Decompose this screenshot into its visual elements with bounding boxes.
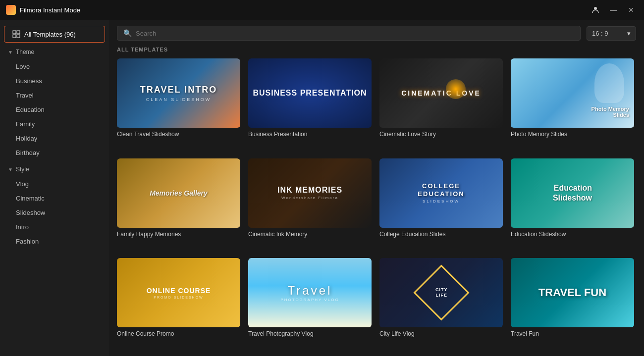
minimize-button[interactable]: — bbox=[606, 5, 620, 15]
style-section-header[interactable]: ▼ Style bbox=[0, 162, 109, 177]
template-label-ink: Cinematic Ink Memory bbox=[248, 231, 372, 238]
sidebar-item-cinematic[interactable]: Cinematic bbox=[2, 191, 107, 205]
sidebar-item-birthday[interactable]: Birthday bbox=[2, 146, 107, 160]
sidebar-item-travel[interactable]: Travel bbox=[2, 88, 107, 102]
template-thumb-travel: TRAVEL INTRO CLEAN SLIDESHOW bbox=[117, 58, 240, 128]
edu-thumb-title: EducationSlideshow bbox=[553, 183, 592, 202]
template-card-photo[interactable]: Photo MemorySlides Photo Memory Slides bbox=[511, 58, 634, 151]
close-button[interactable]: ✕ bbox=[624, 5, 638, 15]
city-thumb-title: CITYLIFE bbox=[435, 288, 447, 299]
college-thumb-sub: SLIDESHOW bbox=[423, 199, 460, 203]
travel-thumb-title: TRAVEL INTRO bbox=[140, 85, 217, 95]
sidebar-item-family[interactable]: Family bbox=[2, 117, 107, 131]
template-card-online[interactable]: ONLINE COURSE PROMO SLIDESHOW Online Cou… bbox=[117, 258, 240, 350]
section-title: ALL TEMPLATES bbox=[117, 47, 636, 52]
travel-thumb-sub: CLEAN SLIDESHOW bbox=[146, 97, 212, 102]
theme-section-header[interactable]: ▼ Theme bbox=[0, 45, 109, 59]
template-thumb-college: COLLEGEEDUCATION SLIDESHOW bbox=[379, 158, 503, 228]
style-arrow-icon: ▼ bbox=[8, 167, 13, 172]
sidebar: All Templates (96) ▼ Theme Love Business… bbox=[0, 20, 109, 356]
user-icon[interactable] bbox=[589, 5, 602, 15]
template-card-ink[interactable]: INK MEMORIES Wondershare Filmora Cinemat… bbox=[248, 158, 372, 251]
family-thumb-title: Memories Gallery bbox=[150, 189, 208, 197]
search-icon: 🔍 bbox=[123, 29, 132, 37]
template-label-cinematic: Cinematic Love Story bbox=[379, 131, 503, 138]
photo-thumb-title: Photo MemorySlides bbox=[591, 106, 629, 118]
search-bar: 🔍 16 : 9 ▾ bbox=[117, 26, 636, 41]
online-thumb-sub: PROMO SLIDESHOW bbox=[154, 296, 203, 299]
travel-photo-thumb-sub: PHOTOGRAPHY VLOG bbox=[280, 298, 339, 302]
template-label-family: Family Happy Memories bbox=[117, 231, 240, 238]
template-label-travel-photo: Travel Photography Vlog bbox=[248, 330, 372, 337]
main-content: 🔍 16 : 9 ▾ ALL TEMPLATES TRAVEL INTRO CL… bbox=[109, 20, 644, 356]
template-label-city: City Life Vlog bbox=[379, 330, 503, 337]
svg-rect-2 bbox=[17, 31, 20, 34]
theme-label: Theme bbox=[16, 49, 34, 55]
svg-rect-1 bbox=[13, 31, 16, 34]
svg-rect-3 bbox=[13, 35, 16, 38]
template-label-online: Online Course Promo bbox=[117, 330, 240, 337]
sidebar-item-slideshow[interactable]: Slideshow bbox=[2, 205, 107, 220]
theme-arrow-icon: ▼ bbox=[8, 50, 13, 55]
aspect-ratio-select[interactable]: 16 : 9 ▾ bbox=[587, 26, 636, 41]
template-thumb-cinematic: CINEMATIC LOVE bbox=[379, 58, 503, 128]
template-label-edu: Education Slideshow bbox=[511, 231, 634, 238]
search-input[interactable] bbox=[136, 30, 574, 37]
templates-grid: TRAVEL INTRO CLEAN SLIDESHOW Clean Trave… bbox=[117, 58, 636, 350]
template-card-business[interactable]: BUSINESS PRESENTATION Business Presentat… bbox=[248, 58, 372, 151]
template-card-college[interactable]: COLLEGEEDUCATION SLIDESHOW College Educa… bbox=[379, 158, 503, 251]
travel-fun-thumb-title: TRAVEL FUN bbox=[538, 286, 606, 299]
sidebar-item-intro[interactable]: Intro bbox=[2, 220, 107, 234]
template-card-travel-photo[interactable]: Travel PHOTOGRAPHY VLOG Travel Photograp… bbox=[248, 258, 372, 350]
sidebar-item-fashion[interactable]: Fashion bbox=[2, 234, 107, 249]
business-thumb-title: BUSINESS PRESENTATION bbox=[253, 89, 367, 98]
template-thumb-online: ONLINE COURSE PROMO SLIDESHOW bbox=[117, 258, 240, 327]
template-thumb-city: CITYLIFE bbox=[379, 258, 503, 327]
sidebar-item-business[interactable]: Business bbox=[2, 74, 107, 88]
svg-rect-4 bbox=[17, 35, 20, 38]
app-title: Filmora Instant Mode bbox=[20, 6, 80, 14]
sidebar-item-holiday[interactable]: Holiday bbox=[2, 131, 107, 146]
template-thumb-ink: INK MEMORIES Wondershare Filmora bbox=[248, 158, 372, 228]
sidebar-style-section: ▼ Style Vlog Cinematic Slideshow Intro F… bbox=[0, 162, 109, 249]
search-wrapper[interactable]: 🔍 bbox=[117, 26, 581, 41]
template-card-family[interactable]: Memories Gallery Family Happy Memories bbox=[117, 158, 240, 251]
college-thumb-title: COLLEGEEDUCATION bbox=[418, 182, 464, 198]
template-thumb-edu: EducationSlideshow bbox=[511, 158, 634, 228]
template-thumb-travel-fun: TRAVEL FUN bbox=[511, 258, 634, 327]
sidebar-item-love[interactable]: Love bbox=[2, 59, 107, 74]
titlebar-left: Filmora Instant Mode bbox=[6, 5, 80, 15]
online-thumb-title: ONLINE COURSE bbox=[147, 287, 211, 295]
titlebar: Filmora Instant Mode — ✕ bbox=[0, 0, 644, 20]
svg-point-0 bbox=[594, 7, 597, 10]
city-diamond-frame: CITYLIFE bbox=[413, 265, 469, 321]
sidebar-item-education[interactable]: Education bbox=[2, 102, 107, 117]
template-thumb-travel-photo: Travel PHOTOGRAPHY VLOG bbox=[248, 258, 372, 327]
template-thumb-business: BUSINESS PRESENTATION bbox=[248, 58, 372, 128]
template-label-photo: Photo Memory Slides bbox=[511, 131, 634, 138]
template-label-college: College Education Slides bbox=[379, 231, 503, 238]
aspect-ratio-chevron-icon: ▾ bbox=[627, 30, 631, 37]
all-templates-button[interactable]: All Templates (96) bbox=[4, 26, 105, 43]
template-thumb-family: Memories Gallery bbox=[117, 158, 240, 228]
template-card-travel[interactable]: TRAVEL INTRO CLEAN SLIDESHOW Clean Trave… bbox=[117, 58, 240, 151]
photo-shape bbox=[594, 63, 624, 103]
template-card-cinematic[interactable]: CINEMATIC LOVE Cinematic Love Story bbox=[379, 58, 503, 151]
template-card-city[interactable]: CITYLIFE City Life Vlog bbox=[379, 258, 503, 350]
style-label: Style bbox=[16, 166, 29, 173]
ink-thumb-sub: Wondershare Filmora bbox=[281, 196, 338, 200]
template-label-business: Business Presentation bbox=[248, 131, 372, 138]
template-label-travel: Clean Travel Slideshow bbox=[117, 131, 240, 138]
sidebar-theme-section: ▼ Theme Love Business Travel Education F… bbox=[0, 45, 109, 160]
app-logo bbox=[6, 5, 16, 15]
app-body: All Templates (96) ▼ Theme Love Business… bbox=[0, 20, 644, 356]
template-card-edu[interactable]: EducationSlideshow Education Slideshow bbox=[511, 158, 634, 251]
aspect-ratio-value: 16 : 9 bbox=[592, 30, 608, 37]
all-templates-label: All Templates (96) bbox=[24, 31, 76, 38]
template-thumb-photo: Photo MemorySlides bbox=[511, 58, 634, 128]
sidebar-item-vlog[interactable]: Vlog bbox=[2, 177, 107, 191]
cinematic-thumb-title: CINEMATIC LOVE bbox=[401, 89, 481, 97]
ink-thumb-title: INK MEMORIES bbox=[277, 186, 342, 195]
template-card-travel-fun[interactable]: TRAVEL FUN Travel Fun bbox=[511, 258, 634, 350]
template-label-travel-fun: Travel Fun bbox=[511, 330, 634, 337]
